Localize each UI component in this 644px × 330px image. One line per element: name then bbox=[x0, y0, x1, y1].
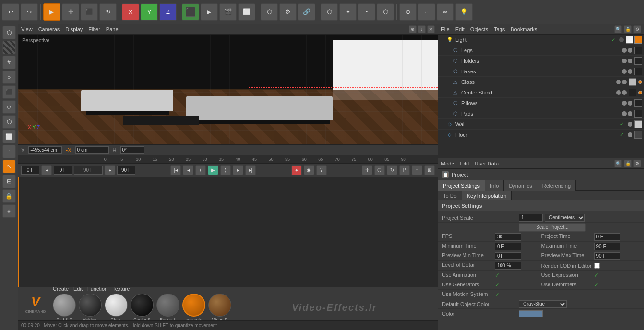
mat-item-5[interactable]: concrete bbox=[182, 294, 205, 322]
left-diamond-btn[interactable]: ◇ bbox=[2, 100, 16, 114]
x-axis-btn[interactable]: X bbox=[122, 3, 139, 21]
auto-key-btn[interactable]: ◉ bbox=[304, 165, 314, 175]
min-time-input[interactable] bbox=[495, 243, 521, 250]
rot-key-btn[interactable]: ↻ bbox=[387, 165, 397, 175]
edit-prop-menu[interactable]: Edit bbox=[460, 161, 469, 166]
mat-item-2[interactable]: Glass bbox=[105, 294, 128, 322]
color-swatch[interactable] bbox=[519, 310, 543, 317]
frame-btn[interactable]: ⬜ bbox=[238, 3, 255, 21]
left-checker-btn[interactable] bbox=[2, 41, 16, 54]
redo-btn[interactable]: ↪ bbox=[21, 3, 38, 21]
tab-key-interpolation[interactable]: Key Interpolation bbox=[462, 191, 512, 200]
mat-item-1[interactable]: Holders bbox=[79, 294, 102, 322]
cameras-menu[interactable]: Cameras bbox=[38, 26, 60, 32]
userdata-menu[interactable]: User Data bbox=[475, 161, 499, 166]
prev-key-btn[interactable]: ⟨ bbox=[195, 165, 206, 175]
select-btn[interactable]: ▶ bbox=[43, 3, 60, 21]
link-btn[interactable]: 🔗 bbox=[298, 3, 315, 21]
tags-menu[interactable]: Tags bbox=[494, 26, 505, 32]
left-lock-btn[interactable]: 🔒 bbox=[2, 189, 16, 203]
preview-min-input[interactable] bbox=[495, 252, 521, 260]
tab-referencing[interactable]: Referencing bbox=[537, 180, 576, 191]
max-time-input[interactable] bbox=[594, 243, 620, 250]
bookmarks-menu[interactable]: Bookmarks bbox=[511, 26, 537, 32]
obj-wall[interactable]: ◇ Wall ✓ bbox=[438, 119, 644, 130]
film-btn[interactable]: 🎬 bbox=[219, 3, 237, 21]
obj-pads[interactable]: ⬡ Pads bbox=[438, 108, 644, 119]
left-sphere-btn[interactable]: ○ bbox=[2, 71, 16, 84]
cube-btn[interactable]: ⬡ bbox=[261, 3, 278, 21]
tab-todo[interactable]: To Do bbox=[438, 191, 462, 200]
tab-info[interactable]: Info bbox=[485, 180, 504, 191]
down-btn[interactable]: ↓ bbox=[418, 25, 426, 33]
search-icon[interactable]: 🔍 bbox=[614, 25, 622, 33]
file-menu[interactable]: File bbox=[441, 26, 450, 32]
prop-lock-icon[interactable]: 🔒 bbox=[624, 160, 632, 167]
lock-icon[interactable]: 🔒 bbox=[624, 25, 632, 33]
prev-frame-btn[interactable]: ◂ bbox=[183, 165, 193, 175]
move-key-btn[interactable]: ✛ bbox=[362, 165, 372, 175]
close-viewport-btn[interactable]: ✕ bbox=[427, 25, 435, 33]
goto-start-btn[interactable]: |◂ bbox=[170, 165, 181, 175]
left-cube2-btn[interactable]: ⬛ bbox=[2, 85, 16, 99]
model-btn[interactable]: ⬡ bbox=[321, 3, 338, 21]
default-color-select[interactable]: Gray-Blue Red Green bbox=[519, 300, 567, 308]
frame-right-btn[interactable]: ▸ bbox=[105, 165, 115, 175]
start-frame-input[interactable] bbox=[54, 166, 72, 175]
left-knife-btn[interactable]: ⊟ bbox=[2, 175, 16, 188]
obj-pillows[interactable]: ⬡ Pillows bbox=[438, 98, 644, 108]
next-key-btn[interactable]: ⟩ bbox=[220, 165, 231, 175]
mode-menu[interactable]: Mode bbox=[441, 161, 454, 166]
grid-key-btn[interactable]: ⊞ bbox=[424, 165, 435, 175]
left-3d-btn[interactable]: ◈ bbox=[2, 204, 16, 218]
scale-project-btn[interactable]: Scale Project... bbox=[519, 223, 586, 232]
psd-key-btn[interactable]: ≡ bbox=[412, 165, 422, 175]
pos-dx-input[interactable] bbox=[75, 146, 109, 154]
prop-settings-icon[interactable]: ⚙ bbox=[633, 160, 641, 167]
help-btn[interactable]: ? bbox=[316, 165, 327, 175]
left-grid-btn[interactable]: # bbox=[2, 56, 16, 69]
obj-legs[interactable]: ⬡ Legs bbox=[438, 45, 644, 56]
obj-centerstand[interactable]: △ Center Stand bbox=[438, 87, 644, 98]
end-frame-input[interactable] bbox=[117, 166, 135, 175]
left-arrow-btn[interactable]: ↑ bbox=[2, 145, 16, 158]
current-frame-input[interactable] bbox=[21, 166, 39, 175]
play-btn[interactable]: ▶ bbox=[201, 3, 218, 21]
edit-menu[interactable]: Edit bbox=[455, 26, 465, 32]
left-box-btn[interactable]: ⬜ bbox=[2, 130, 16, 143]
next-frame-btn[interactable]: ▸ bbox=[233, 165, 243, 175]
fps-input[interactable] bbox=[495, 233, 521, 241]
play-fwd-btn[interactable]: ▶ bbox=[208, 165, 218, 175]
light-btn[interactable]: 💡 bbox=[455, 3, 473, 21]
snap-btn[interactable]: ⊕ bbox=[399, 3, 417, 21]
pos-x-input[interactable] bbox=[28, 146, 62, 154]
scale-unit-select[interactable]: Centimeters Meters Millimeters bbox=[545, 214, 585, 222]
settings-icon[interactable]: ⚙ bbox=[633, 25, 641, 33]
frame-left-btn[interactable]: ◂ bbox=[41, 165, 52, 175]
y-axis-btn[interactable]: Y bbox=[141, 3, 158, 21]
left-select-btn[interactable]: ⬡ bbox=[2, 26, 16, 39]
obj-glass[interactable]: △ Glass bbox=[438, 77, 644, 87]
move-btn[interactable]: ✛ bbox=[62, 3, 79, 21]
record-key-btn[interactable]: ● bbox=[291, 165, 302, 175]
prop-search-icon[interactable]: 🔍 bbox=[614, 160, 622, 167]
z-axis-btn[interactable]: Z bbox=[159, 3, 177, 21]
timeline-strip[interactable] bbox=[18, 177, 438, 287]
point-btn[interactable]: • bbox=[358, 3, 375, 21]
goto-end-btn[interactable]: ▸| bbox=[245, 165, 256, 175]
edge-btn[interactable]: ⬡ bbox=[377, 3, 394, 21]
obj-bases[interactable]: ⬡ Bases bbox=[438, 66, 644, 77]
mat-item-4[interactable]: Bases & bbox=[156, 294, 179, 322]
display-menu[interactable]: Display bbox=[65, 26, 83, 32]
mat-item-3[interactable]: Center S bbox=[131, 294, 154, 322]
gear-btn[interactable]: ⚙ bbox=[279, 3, 297, 21]
expand-btn[interactable]: ⊕ bbox=[409, 25, 417, 33]
project-time-input[interactable] bbox=[594, 233, 620, 241]
sym-btn[interactable]: ↔ bbox=[418, 3, 435, 21]
render-lod-check[interactable] bbox=[594, 263, 600, 269]
height-input[interactable] bbox=[120, 146, 144, 154]
param-key-btn[interactable]: P bbox=[399, 165, 410, 175]
rotate-btn[interactable]: ↻ bbox=[99, 3, 117, 21]
left-bend-btn[interactable]: ↖ bbox=[2, 160, 16, 173]
objects-menu[interactable]: Objects bbox=[470, 26, 488, 32]
